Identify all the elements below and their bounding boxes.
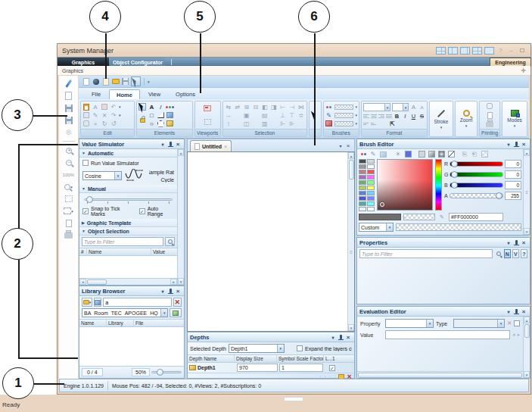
eraser-icon[interactable] — [101, 103, 108, 111]
solid-color-icon[interactable] — [403, 150, 412, 158]
object-filter-input[interactable] — [82, 237, 163, 246]
library-list[interactable] — [79, 327, 184, 366]
layout-single-icon[interactable] — [484, 47, 494, 55]
align-text-left-icon[interactable] — [363, 113, 369, 119]
delete-icon[interactable]: × — [92, 120, 99, 127]
evaluation-hscroll-thumb[interactable] — [358, 373, 522, 378]
palette-swatch[interactable] — [367, 180, 375, 185]
stroke-brush-dropdown-icon[interactable]: ▾ — [355, 113, 357, 117]
depths-row[interactable]: Depth1 970 1 ✓ — [188, 363, 354, 373]
type-combo[interactable]: ▾ — [453, 319, 505, 328]
palette-swatch[interactable] — [367, 159, 375, 164]
align-top-icon[interactable]: ⊥ — [279, 111, 287, 119]
panel-menu-icon[interactable]: ▾ — [505, 307, 512, 315]
palette-swatch[interactable] — [359, 191, 366, 195]
close-icon[interactable]: × — [520, 140, 527, 148]
library-select-combo[interactable]: BA_Room_TEC_APOGEE_HQ_1▾ — [82, 308, 168, 317]
qat-save-icon[interactable] — [121, 77, 129, 86]
filter-help-toggle[interactable]: ? — [521, 249, 527, 258]
manual-section-header[interactable]: ▼Manual — [79, 185, 177, 193]
save-as-icon[interactable] — [63, 115, 75, 125]
scale-icon[interactable]: ⊟ — [252, 103, 260, 111]
snap-checkbox[interactable]: ✓ — [82, 208, 89, 214]
qat-pointer-icon[interactable] — [131, 76, 141, 86]
underline-icon[interactable]: U — [410, 113, 417, 120]
palette-swatch[interactable] — [359, 159, 366, 164]
copy-brush-icon[interactable]: ⎘ — [460, 150, 469, 158]
palette-swatch[interactable] — [359, 196, 366, 201]
clear-evaluation-icon[interactable]: ✕ — [507, 320, 512, 326]
green-thumb[interactable] — [451, 171, 458, 178]
stroke-brush-swatch[interactable] — [334, 113, 354, 118]
palette-swatch[interactable] — [359, 180, 366, 185]
paste-icon[interactable] — [82, 103, 90, 111]
save-icon[interactable] — [63, 103, 75, 113]
properties-list[interactable] — [357, 260, 530, 304]
format-painter-icon[interactable]: ✎ — [92, 111, 99, 119]
value-simulator-vscrollbar[interactable]: ▴ ▾ — [177, 149, 184, 285]
null-brush-icon[interactable] — [446, 150, 456, 158]
tab-strip-close-icon[interactable]: × — [344, 142, 352, 149]
viewport-select-icon[interactable] — [204, 118, 211, 126]
space-icon[interactable]: ≎ — [297, 111, 305, 119]
print-button-icon[interactable] — [486, 120, 493, 128]
depth-display-size-cell[interactable]: 970 — [237, 364, 278, 372]
line-tool-icon[interactable]: / — [157, 103, 164, 111]
palette-swatch[interactable] — [367, 164, 375, 169]
close-icon[interactable]: × — [344, 333, 352, 341]
linear-gradient-brush-icon[interactable] — [427, 150, 436, 158]
column-name[interactable]: Name — [87, 248, 151, 255]
manual-value-slider[interactable] — [84, 198, 173, 201]
color-picker-marker[interactable] — [380, 202, 384, 207]
font-family-combo[interactable]: ▾ — [363, 103, 390, 111]
valign-top-icon[interactable] — [363, 121, 369, 127]
align-right-icon[interactable]: ⊣ — [288, 103, 296, 111]
filter-name-toggle[interactable]: N — [504, 249, 511, 258]
evaluation-hscrollbar[interactable] — [357, 371, 523, 378]
triangle-tool-icon[interactable] — [157, 111, 164, 119]
ribbon-tab-options[interactable]: Options — [169, 89, 202, 99]
valign-middle-icon[interactable] — [371, 121, 377, 127]
red-slider[interactable] — [450, 161, 503, 167]
qat-overflow-icon[interactable]: ▾ — [148, 80, 150, 84]
edit-pencil-icon[interactable] — [63, 79, 75, 89]
property-combo[interactable]: ▾ — [385, 319, 434, 328]
radial-gradient-brush-icon[interactable] — [437, 150, 446, 158]
close-icon[interactable]: × — [520, 307, 527, 315]
rotate-right-icon[interactable]: ⇄ — [234, 103, 241, 111]
column-lib-name[interactable]: Name — [79, 320, 107, 326]
image-brush-swatch[interactable] — [334, 121, 354, 126]
palette-swatch[interactable] — [359, 201, 366, 206]
qat-globe-icon[interactable] — [92, 77, 100, 86]
print-preview-icon[interactable] — [486, 102, 493, 110]
redo-dropdown-icon[interactable]: ▾ — [119, 113, 121, 117]
strikethrough-icon[interactable]: S — [418, 113, 425, 120]
library-view-button[interactable] — [94, 298, 101, 307]
panel-menu-icon[interactable]: ▾ — [505, 239, 512, 246]
run-simulator-checkbox[interactable] — [82, 160, 89, 166]
selected-depth-combo[interactable]: Depth1▾ — [229, 344, 285, 353]
help-icon[interactable]: ? — [496, 47, 505, 54]
evaluation-checkbox[interactable] — [514, 320, 520, 326]
scroll-up-icon[interactable]: ▴ — [524, 317, 530, 323]
palette-icon[interactable] — [166, 103, 173, 111]
tab-list-icon[interactable]: ▾ — [337, 142, 344, 149]
align-center-icon[interactable]: ⊩ — [279, 120, 287, 127]
object-selection-list[interactable] — [79, 256, 177, 278]
tab-close-icon[interactable]: × — [224, 144, 227, 149]
scroll-grip[interactable]: ≡ — [525, 190, 528, 195]
text-tool-icon[interactable]: A — [148, 103, 155, 111]
scroll-down-icon[interactable]: ▾ — [524, 228, 530, 235]
column-l1[interactable]: L...1 — [324, 355, 354, 362]
depth-scale-cell[interactable]: 1 — [279, 364, 323, 372]
close-icon[interactable]: × — [174, 287, 182, 295]
alpha-slider[interactable] — [450, 193, 503, 198]
library-clear-icon[interactable]: ✕ — [173, 298, 182, 307]
stroke-button[interactable]: Stroke ▾ — [429, 101, 453, 137]
palette-swatch[interactable] — [367, 170, 375, 174]
pointer-tool-icon[interactable] — [138, 103, 146, 111]
page-setup-icon[interactable] — [486, 111, 493, 119]
pin-icon[interactable] — [166, 140, 174, 148]
zoom-in-icon[interactable]: + — [63, 145, 75, 155]
palette-swatch[interactable] — [359, 164, 366, 169]
